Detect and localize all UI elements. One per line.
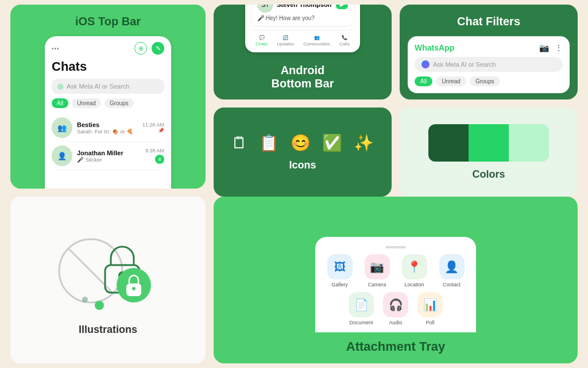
chat-filters-title: Chat Filters: [457, 15, 520, 28]
notif-video-btn[interactable]: ▶: [336, 5, 348, 9]
audio-icon-wrap: 🎧: [383, 292, 408, 317]
avatar-besties: 👥: [52, 117, 72, 138]
filter-all[interactable]: All: [52, 98, 68, 108]
attachment-tray-mock: 🖼 Gallery 📷 Camera 📍 Location: [315, 237, 476, 332]
attachment-tray-card: 🖼 Gallery 📷 Camera 📍 Location: [214, 197, 578, 363]
camera-label: Camera: [368, 282, 386, 288]
filter-groups[interactable]: Groups: [105, 98, 134, 108]
chat-filters-card: Chat Filters WhatsApp 📷 ⋮ Ask Meta AI or…: [400, 5, 578, 99]
swatch-light-green: [509, 124, 549, 162]
camera-icon[interactable]: 📷: [539, 43, 549, 52]
ios-filter-tabs: All Unread Groups: [52, 98, 164, 108]
notification-card: ST Steven Thompson ▶ 🎤 Hey! How are you?: [251, 5, 354, 26]
ios-top-bar-card: iOS Top Bar ••• ⊕ ✎ Chats ◎ Ask Meta AI …: [10, 5, 206, 189]
chat-badge-jonathan: 4: [155, 155, 164, 164]
filter-chip-all[interactable]: All: [415, 76, 432, 86]
contact-icon-wrap: 👤: [439, 254, 465, 279]
attachment-tray-title: Attachment Tray: [346, 339, 445, 354]
illustration-display: [51, 225, 165, 317]
middle-right-section: ST Steven Thompson ▶ 🎤 Hey! How are you?…: [214, 5, 578, 189]
nav-calls[interactable]: 📞 Calls: [339, 35, 350, 47]
contact-icon: 👤: [444, 260, 459, 274]
attach-poll[interactable]: 📊 Poll: [417, 292, 443, 325]
attach-location[interactable]: 📍 Location: [399, 254, 430, 288]
audio-icon: 🎧: [389, 298, 403, 312]
filter-chip-unread[interactable]: Unread: [436, 76, 466, 86]
attach-camera[interactable]: 📷 Camera: [362, 254, 392, 288]
notif-message: 🎤 Hey! How are you?: [257, 15, 348, 21]
filter-chips-row: All Unread Groups: [415, 76, 563, 86]
poll-label: Poll: [425, 320, 434, 325]
meta-ai-dot: [421, 60, 430, 68]
chats-nav-label: Chats: [256, 41, 268, 47]
ios-camera-btn[interactable]: ⊕: [134, 42, 147, 55]
chat-item-jonathan[interactable]: 👤 Jonathan Miller 🎤 Sticker 9:28 AM 4: [52, 142, 164, 170]
search-placeholder-text: Ask Meta AI or Search: [67, 83, 129, 90]
updates-nav-icon: 🔄: [283, 35, 288, 40]
attach-document[interactable]: 📄 Document: [349, 292, 374, 325]
poll-icon: 📊: [423, 298, 438, 312]
location-icon: 📍: [407, 260, 421, 274]
chat-time-jonathan: 9:28 AM: [145, 148, 164, 154]
colors-section-title: Colors: [472, 168, 505, 181]
filter-unread[interactable]: Unread: [72, 98, 101, 108]
nav-communities[interactable]: 👥 Communities: [303, 35, 330, 47]
svg-point-8: [95, 301, 104, 310]
filters-header: WhatsApp 📷 ⋮: [415, 43, 563, 52]
icon-notes: 🗒: [231, 133, 247, 152]
chats-heading: Chats: [52, 59, 164, 74]
android-phone-mock: ST Steven Thompson ▶ 🎤 Hey! How are you?…: [245, 5, 360, 52]
meta-ai-icon: ◎: [57, 82, 63, 90]
chat-meta-jonathan: 9:28 AM 4: [145, 148, 164, 164]
ios-search-bar[interactable]: ◎ Ask Meta AI or Search: [52, 79, 164, 94]
nav-chats[interactable]: 💬 Chats: [256, 35, 268, 47]
filters-search-bar[interactable]: Ask Meta AI or Search: [415, 57, 563, 72]
chat-preview-besties: Sarah: For tn: 🍖 or 🍕: [77, 128, 138, 135]
calls-nav-label: Calls: [339, 41, 350, 47]
more-icon[interactable]: ⋮: [555, 43, 563, 52]
gallery-label: Gallery: [331, 282, 348, 288]
attach-contact[interactable]: 👤 Contact: [436, 254, 467, 288]
svg-point-7: [132, 287, 136, 290]
ios-action-icons: ⊕ ✎: [134, 42, 164, 55]
contact-label: Contact: [443, 282, 461, 288]
attach-audio[interactable]: 🎧 Audio: [383, 292, 408, 325]
chat-name-jonathan: Jonathan Miller: [77, 150, 141, 156]
ios-top-bar-title: iOS Top Bar: [75, 15, 141, 28]
colors-card: Colors: [400, 108, 578, 197]
icons-section-title: Icons: [289, 159, 316, 171]
android-bottom-bar-card: ST Steven Thompson ▶ 🎤 Hey! How are you?…: [214, 5, 392, 99]
illustration-svg: [51, 225, 165, 317]
chat-item-besties[interactable]: 👥 Besties Sarah: For tn: 🍖 or 🍕 11:26 AM…: [52, 114, 164, 142]
icons-card: 🗒 📋 😊 ✅ ✨ Icons: [214, 108, 392, 197]
illustrations-section-title: Illustrations: [79, 324, 137, 336]
chat-time-besties: 11:26 AM: [142, 122, 164, 128]
icon-check: ✅: [322, 133, 342, 152]
location-label: Location: [404, 282, 424, 288]
attach-gallery[interactable]: 🖼 Gallery: [324, 254, 355, 288]
communities-nav-label: Communities: [303, 41, 330, 47]
nav-updates[interactable]: 🔄 Updates: [277, 35, 294, 47]
chat-filters-mock: WhatsApp 📷 ⋮ Ask Meta AI or Search All U…: [408, 36, 570, 93]
icons-display-row: 🗒 📋 😊 ✅ ✨: [231, 133, 374, 152]
document-icon: 📄: [354, 298, 369, 312]
chat-info-jonathan: Jonathan Miller 🎤 Sticker: [77, 150, 141, 163]
illustrations-card: Illustrations: [10, 197, 206, 363]
tray-handle: [385, 246, 406, 248]
attachment-grid-row1: 🖼 Gallery 📷 Camera 📍 Location: [324, 254, 467, 288]
pin-icon: 📌: [142, 128, 164, 133]
document-label: Document: [349, 320, 373, 325]
filter-chip-groups[interactable]: Groups: [470, 76, 500, 86]
ios-dots: •••: [52, 45, 60, 52]
ios-compose-btn[interactable]: ✎: [152, 42, 164, 55]
notif-sender-name: Steven Thompson: [277, 5, 332, 8]
swatch-medium-green: [469, 124, 509, 162]
icon-sparkle: ✨: [354, 133, 374, 152]
attachment-grid-row2: 📄 Document 🎧 Audio 📊 Poll: [324, 292, 467, 325]
ios-phone-mock: ••• ⊕ ✎ Chats ◎ Ask Meta AI or Search Al…: [45, 36, 171, 189]
main-grid: iOS Top Bar ••• ⊕ ✎ Chats ◎ Ask Meta AI …: [0, 0, 588, 368]
whatsapp-brand-label: WhatsApp: [415, 43, 454, 52]
chat-preview-jonathan: 🎤 Sticker: [77, 156, 141, 163]
notif-avatar: ST: [257, 5, 273, 13]
android-bottom-nav: 💬 Chats 🔄 Updates 👥 Communities 📞 Calls: [251, 30, 354, 47]
